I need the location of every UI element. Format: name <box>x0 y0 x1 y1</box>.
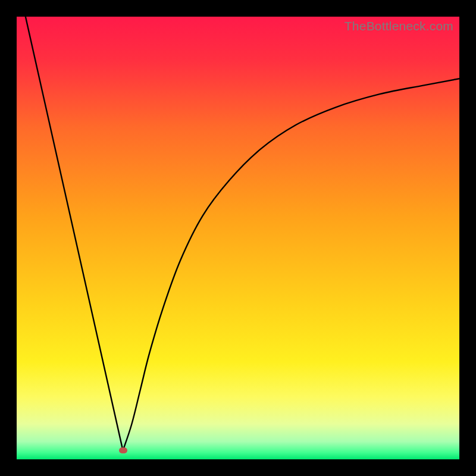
plot-area: TheBottleneck.com <box>17 17 459 459</box>
minimum-marker <box>119 447 127 453</box>
watermark-text: TheBottleneck.com <box>345 19 453 33</box>
bottleneck-curve <box>17 17 459 459</box>
chart-frame: TheBottleneck.com <box>0 0 476 476</box>
